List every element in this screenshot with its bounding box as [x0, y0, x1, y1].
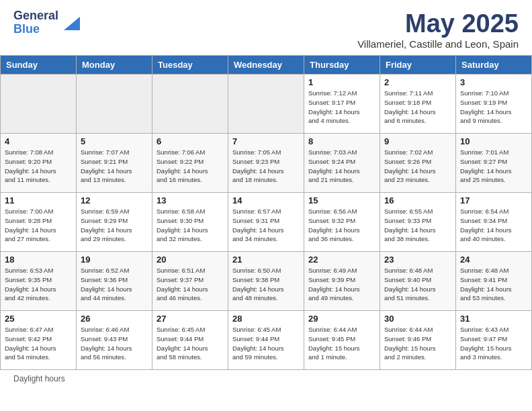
day-number: 7	[232, 136, 300, 146]
day-cell: 8Sunrise: 7:03 AM Sunset: 9:24 PM Daylig…	[304, 134, 380, 193]
day-info: Sunrise: 7:01 AM Sunset: 9:27 PM Dayligh…	[460, 148, 527, 185]
day-number: 16	[384, 195, 451, 205]
logo-general: General	[13, 9, 58, 23]
day-number: 25	[5, 314, 72, 324]
page-header: General Blue May 2025 Villameriel, Casti…	[0, 0, 532, 55]
calendar-week-row: 11Sunrise: 7:00 AM Sunset: 9:28 PM Dayli…	[1, 193, 532, 252]
day-info: Sunrise: 7:07 AM Sunset: 9:21 PM Dayligh…	[81, 148, 148, 185]
day-cell: 3Sunrise: 7:10 AM Sunset: 9:19 PM Daylig…	[456, 75, 532, 134]
day-cell: 25Sunrise: 6:47 AM Sunset: 9:42 PM Dayli…	[1, 311, 77, 370]
day-number: 5	[81, 136, 148, 146]
logo-text: General Blue	[13, 9, 58, 36]
day-cell	[152, 75, 228, 134]
logo-blue: Blue	[13, 23, 58, 36]
day-cell: 20Sunrise: 6:51 AM Sunset: 9:37 PM Dayli…	[152, 252, 228, 311]
day-info: Sunrise: 6:57 AM Sunset: 9:31 PM Dayligh…	[232, 207, 300, 244]
day-info: Sunrise: 6:54 AM Sunset: 9:34 PM Dayligh…	[460, 207, 527, 244]
day-number: 24	[460, 255, 527, 265]
logo-icon	[61, 11, 81, 32]
day-cell: 22Sunrise: 6:49 AM Sunset: 9:39 PM Dayli…	[304, 252, 380, 311]
day-cell: 24Sunrise: 6:48 AM Sunset: 9:41 PM Dayli…	[456, 252, 532, 311]
calendar-week-row: 18Sunrise: 6:53 AM Sunset: 9:35 PM Dayli…	[1, 252, 532, 311]
header-thursday: Thursday	[304, 56, 380, 75]
day-number: 21	[232, 255, 300, 265]
day-cell: 23Sunrise: 6:48 AM Sunset: 9:40 PM Dayli…	[380, 252, 456, 311]
logo: General Blue	[13, 9, 81, 36]
day-number: 29	[308, 314, 375, 324]
day-info: Sunrise: 6:51 AM Sunset: 9:37 PM Dayligh…	[157, 266, 224, 303]
footer-text: Daylight hours	[13, 374, 65, 383]
day-cell: 31Sunrise: 6:43 AM Sunset: 9:47 PM Dayli…	[456, 311, 532, 370]
day-cell: 14Sunrise: 6:57 AM Sunset: 9:31 PM Dayli…	[228, 193, 304, 252]
header-monday: Monday	[77, 56, 152, 75]
day-number: 27	[157, 314, 224, 324]
day-info: Sunrise: 6:43 AM Sunset: 9:47 PM Dayligh…	[460, 325, 527, 362]
day-info: Sunrise: 6:52 AM Sunset: 9:36 PM Dayligh…	[81, 266, 148, 303]
day-info: Sunrise: 6:47 AM Sunset: 9:42 PM Dayligh…	[5, 325, 72, 362]
day-number: 14	[232, 195, 300, 205]
day-number: 8	[308, 136, 375, 146]
day-number: 12	[81, 195, 148, 205]
day-cell: 11Sunrise: 7:00 AM Sunset: 9:28 PM Dayli…	[1, 193, 77, 252]
footer: Daylight hours	[0, 370, 532, 387]
day-info: Sunrise: 6:45 AM Sunset: 9:44 PM Dayligh…	[157, 325, 224, 362]
day-cell: 27Sunrise: 6:45 AM Sunset: 9:44 PM Dayli…	[152, 311, 228, 370]
day-cell: 9Sunrise: 7:02 AM Sunset: 9:26 PM Daylig…	[380, 134, 456, 193]
days-header-row: Sunday Monday Tuesday Wednesday Thursday…	[1, 56, 532, 75]
day-number: 15	[308, 195, 375, 205]
day-cell: 2Sunrise: 7:11 AM Sunset: 9:18 PM Daylig…	[380, 75, 456, 134]
day-info: Sunrise: 6:44 AM Sunset: 9:46 PM Dayligh…	[384, 325, 451, 362]
day-info: Sunrise: 6:56 AM Sunset: 9:32 PM Dayligh…	[308, 207, 375, 244]
day-cell: 19Sunrise: 6:52 AM Sunset: 9:36 PM Dayli…	[77, 252, 152, 311]
subtitle: Villameriel, Castille and Leon, Spain	[357, 38, 519, 50]
day-number: 2	[384, 77, 451, 87]
day-cell: 28Sunrise: 6:45 AM Sunset: 9:44 PM Dayli…	[228, 311, 304, 370]
day-number: 26	[81, 314, 148, 324]
day-info: Sunrise: 7:10 AM Sunset: 9:19 PM Dayligh…	[460, 89, 527, 126]
day-info: Sunrise: 7:05 AM Sunset: 9:23 PM Dayligh…	[232, 148, 300, 185]
day-cell: 18Sunrise: 6:53 AM Sunset: 9:35 PM Dayli…	[1, 252, 77, 311]
day-number: 22	[308, 255, 375, 265]
day-info: Sunrise: 7:02 AM Sunset: 9:26 PM Dayligh…	[384, 148, 451, 185]
day-info: Sunrise: 7:11 AM Sunset: 9:18 PM Dayligh…	[384, 89, 451, 126]
day-info: Sunrise: 6:48 AM Sunset: 9:41 PM Dayligh…	[460, 266, 527, 303]
header-wednesday: Wednesday	[228, 56, 304, 75]
day-cell: 13Sunrise: 6:58 AM Sunset: 9:30 PM Dayli…	[152, 193, 228, 252]
main-title: May 2025	[357, 9, 519, 38]
day-cell: 6Sunrise: 7:06 AM Sunset: 9:22 PM Daylig…	[152, 134, 228, 193]
day-info: Sunrise: 7:03 AM Sunset: 9:24 PM Dayligh…	[308, 148, 375, 185]
day-info: Sunrise: 6:44 AM Sunset: 9:45 PM Dayligh…	[308, 325, 375, 362]
day-cell: 12Sunrise: 6:59 AM Sunset: 9:29 PM Dayli…	[77, 193, 152, 252]
day-number: 18	[5, 255, 72, 265]
title-area: May 2025 Villameriel, Castille and Leon,…	[357, 9, 519, 50]
calendar-week-row: 1Sunrise: 7:12 AM Sunset: 9:17 PM Daylig…	[1, 75, 532, 134]
day-cell: 7Sunrise: 7:05 AM Sunset: 9:23 PM Daylig…	[228, 134, 304, 193]
header-tuesday: Tuesday	[152, 56, 228, 75]
day-cell: 17Sunrise: 6:54 AM Sunset: 9:34 PM Dayli…	[456, 193, 532, 252]
day-cell	[228, 75, 304, 134]
day-number: 3	[460, 77, 527, 87]
day-number: 4	[5, 136, 72, 146]
day-cell: 15Sunrise: 6:56 AM Sunset: 9:32 PM Dayli…	[304, 193, 380, 252]
day-cell: 30Sunrise: 6:44 AM Sunset: 9:46 PM Dayli…	[380, 311, 456, 370]
day-number: 28	[232, 314, 300, 324]
calendar-table: Sunday Monday Tuesday Wednesday Thursday…	[0, 55, 532, 370]
day-cell	[77, 75, 152, 134]
day-info: Sunrise: 6:58 AM Sunset: 9:30 PM Dayligh…	[157, 207, 224, 244]
day-info: Sunrise: 6:48 AM Sunset: 9:40 PM Dayligh…	[384, 266, 451, 303]
calendar-week-row: 4Sunrise: 7:08 AM Sunset: 9:20 PM Daylig…	[1, 134, 532, 193]
day-info: Sunrise: 6:50 AM Sunset: 9:38 PM Dayligh…	[232, 266, 300, 303]
day-number: 13	[157, 195, 224, 205]
day-number: 23	[384, 255, 451, 265]
day-number: 1	[308, 77, 375, 87]
day-cell: 1Sunrise: 7:12 AM Sunset: 9:17 PM Daylig…	[304, 75, 380, 134]
day-info: Sunrise: 6:46 AM Sunset: 9:43 PM Dayligh…	[81, 325, 148, 362]
day-number: 11	[5, 195, 72, 205]
day-info: Sunrise: 6:55 AM Sunset: 9:33 PM Dayligh…	[384, 207, 451, 244]
header-saturday: Saturday	[456, 56, 532, 75]
day-number: 6	[157, 136, 224, 146]
day-info: Sunrise: 6:53 AM Sunset: 9:35 PM Dayligh…	[5, 266, 72, 303]
day-info: Sunrise: 6:59 AM Sunset: 9:29 PM Dayligh…	[81, 207, 148, 244]
day-info: Sunrise: 7:06 AM Sunset: 9:22 PM Dayligh…	[157, 148, 224, 185]
day-info: Sunrise: 7:08 AM Sunset: 9:20 PM Dayligh…	[5, 148, 72, 185]
